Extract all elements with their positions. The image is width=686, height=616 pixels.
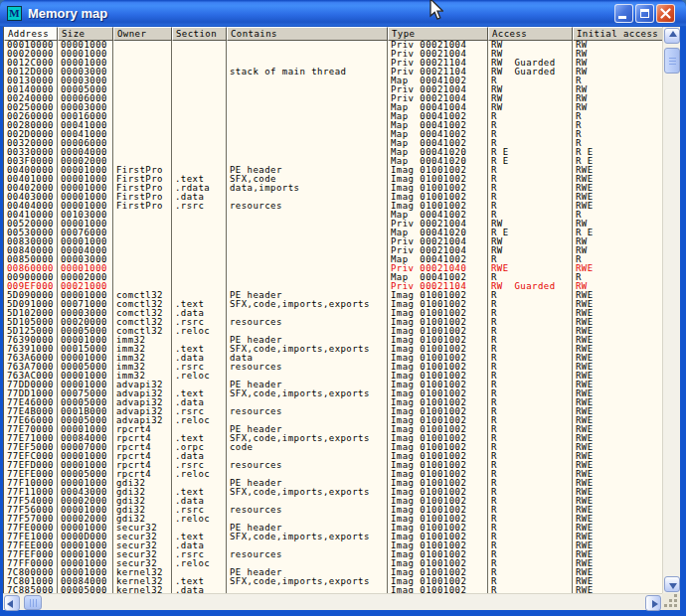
table-row[interactable]: 77FE000000001000secur32PE headerImag 010… <box>4 524 662 533</box>
cell-owner: advapi32 <box>113 381 172 389</box>
table-row[interactable]: 0040000000001000FirstProPE headerImag 01… <box>4 166 662 175</box>
table-row[interactable]: 7C80100000084000kernel32.textSFX,code,im… <box>4 577 662 586</box>
table-row[interactable]: 0012C00000001000Priv 00021104RW GuardedR… <box>4 59 662 68</box>
table-row[interactable]: 77EFC00000001000rpcrt4.dataImag 01001002… <box>4 452 662 461</box>
table-row[interactable]: 0032000000006000Map 00041002RR <box>4 139 662 148</box>
table-row[interactable]: 77E4B0000001B000advapi32.rsrcresourcesIm… <box>4 407 662 416</box>
cell-access: R <box>488 497 573 506</box>
cell-access: RWE <box>488 264 573 273</box>
table-row[interactable]: 7C88500000005000kernel32.dataImag 010010… <box>4 586 662 593</box>
table-row[interactable]: 5D12500000005000comctl32.relocImag 01001… <box>4 327 662 336</box>
table-row[interactable]: 0041000000103000Map 00041002RR <box>4 211 662 220</box>
table-row[interactable]: 0026000000016000Map 00041002RR <box>4 112 662 121</box>
table-row[interactable]: 0002000000001000Priv 00021004RWRW <box>4 50 662 59</box>
table-row[interactable]: 77E7000000001000rpcrt4PE headerImag 0100… <box>4 425 662 434</box>
scroll-down-button[interactable] <box>664 576 680 592</box>
close-button[interactable] <box>656 4 675 23</box>
cell-contains <box>227 559 388 568</box>
horizontal-scrollbar[interactable] <box>3 593 662 610</box>
table-row[interactable]: 0012D00000003000stack of main threadPriv… <box>4 68 662 77</box>
vertical-scrollbar[interactable] <box>662 27 680 593</box>
table-row[interactable]: 77DD000000001000advapi32PE headerImag 01… <box>4 381 662 389</box>
cell-contains: resources <box>227 202 388 211</box>
table-row[interactable]: 7639000000001000imm32PE headerImag 01001… <box>4 336 662 345</box>
table-row[interactable]: 763A600000001000imm32.datadataImag 01001… <box>4 354 662 363</box>
column-header-address[interactable]: Address <box>4 27 58 41</box>
table-row[interactable]: 77EF500000007000rpcrt4.orpccodeImag 0100… <box>4 443 662 452</box>
maximize-button[interactable] <box>635 4 654 23</box>
table-row[interactable]: 5D09100000071000comctl32.textSFX,code,im… <box>4 300 662 309</box>
table-row[interactable]: 763A700000005000imm32.rsrcresourcesImag … <box>4 363 662 372</box>
column-header-contains[interactable]: Contains <box>227 27 388 41</box>
scroll-right-button[interactable] <box>645 595 661 611</box>
table-row[interactable]: 0090000000002000Map 00041002RR <box>4 273 662 282</box>
table-row[interactable]: 77F1100000043000gdi32.textSFX,code,impor… <box>4 488 662 497</box>
scroll-up-button[interactable] <box>664 28 680 44</box>
table-row[interactable]: 5D10500000020000comctl32.rsrcresourcesIm… <box>4 318 662 327</box>
resize-grip[interactable] <box>662 593 680 610</box>
table-row[interactable]: 0040300000001000FirstPro.dataImag 010010… <box>4 193 662 202</box>
cell-owner: kernel32 <box>113 568 172 577</box>
vertical-scrollbar-thumb[interactable] <box>664 48 680 74</box>
table-row[interactable]: 0040200000001000FirstPro.rdatadata,impor… <box>4 184 662 193</box>
table-row[interactable]: 0028000000041000Map 00041002RR <box>4 121 662 130</box>
table-row[interactable]: 5D10200000003000comctl32.dataImag 010010… <box>4 309 662 318</box>
table-row[interactable]: 0083000000001000Priv 00021004RWRW <box>4 237 662 246</box>
table-row[interactable]: 77F1000000001000gdi32PE headerImag 01001… <box>4 479 662 488</box>
table-row[interactable]: 77F5600000001000gdi32.rsrcresourcesImag … <box>4 506 662 515</box>
table-row[interactable]: 0040100000001000FirstPro.textSFX,codeIma… <box>4 175 662 184</box>
cell-contains: SFX,code,imports,exports <box>227 533 388 541</box>
column-header-owner[interactable]: Owner <box>113 27 172 41</box>
cell-initial_access: RWE <box>573 586 662 593</box>
table-row[interactable]: 0052000000001000Priv 00021004RWRW <box>4 220 662 229</box>
table-row[interactable]: 0040400000001000FirstPro.rsrcresourcesIm… <box>4 202 662 211</box>
table-row[interactable]: 77FEE00000001000secur32.dataImag 0100100… <box>4 541 662 550</box>
table-row[interactable]: 77E7100000084000rpcrt4.textSFX,code,impo… <box>4 434 662 443</box>
minimize-button[interactable] <box>614 4 633 23</box>
table-row[interactable]: 0053000000076000Map 00041020R ER E <box>4 229 662 237</box>
table-row[interactable]: 7639100000015000imm32.textSFX,code,impor… <box>4 345 662 354</box>
cell-initial_access: RWE <box>573 166 662 175</box>
table-row[interactable]: 77F5400000002000gdi32.dataImag 01001002R… <box>4 497 662 506</box>
table-row[interactable]: 0024000000006000Priv 00021004RWRW <box>4 94 662 103</box>
table-row[interactable]: 0084000000004000Priv 00021004RWRW <box>4 246 662 255</box>
titlebar[interactable]: M Memory map <box>0 0 686 27</box>
column-header-size[interactable]: Size <box>58 27 113 41</box>
table-row[interactable]: 77FF000000001000secur32.relocImag 010010… <box>4 559 662 568</box>
cell-size: 00001000 <box>58 524 113 533</box>
table-row[interactable]: 77E4600000005000advapi32.dataImag 010010… <box>4 398 662 407</box>
table-row[interactable]: 77F5700000002000gdi32.relocImag 01001002… <box>4 515 662 524</box>
horizontal-scrollbar-thumb[interactable] <box>24 595 42 610</box>
cell-type: Map 00041020 <box>388 148 488 157</box>
table-row[interactable]: 77EFD00000001000rpcrt4.rsrcresourcesImag… <box>4 461 662 470</box>
table-row[interactable]: 0085000000003000Map 00041002RR <box>4 255 662 264</box>
cell-type: Imag 01001002 <box>388 434 488 443</box>
scroll-left-button[interactable] <box>4 595 20 611</box>
table-row[interactable]: 003F000000002000Map 00041020R ER E <box>4 157 662 166</box>
table-row[interactable]: 0086000000001000Priv 00021040RWERWE <box>4 264 662 273</box>
cell-section <box>172 50 227 59</box>
table-row[interactable]: 009EF00000021000Priv 00021104RW GuardedR… <box>4 282 662 291</box>
table-row[interactable]: 0013000000003000Map 00041002RR <box>4 77 662 85</box>
column-header-type[interactable]: Type <box>388 27 488 41</box>
table-row[interactable]: 5D09000000001000comctl32PE headerImag 01… <box>4 291 662 300</box>
table-row[interactable]: 77FE10000000D000secur32.textSFX,code,imp… <box>4 533 662 541</box>
table-row[interactable]: 7C80000000001000kernel32PE headerImag 01… <box>4 568 662 577</box>
table-row[interactable]: 0001000000001000Priv 00021004RWRW <box>4 41 662 50</box>
cell-address: 00530000 <box>4 229 58 237</box>
cell-initial_access: RWE <box>573 336 662 345</box>
table-row[interactable]: 0025000000003000Map 00041004RWRW <box>4 103 662 112</box>
table-row[interactable]: 77EFE00000005000rpcrt4.relocImag 0100100… <box>4 470 662 479</box>
arrow-left-icon <box>7 600 13 608</box>
column-header-initial_access[interactable]: Initial access <box>573 27 662 41</box>
column-header-section[interactable]: Section <box>172 27 227 41</box>
cell-size: 00003000 <box>58 103 113 112</box>
table-row[interactable]: 77FEF00000001000secur32.rsrcresourcesIma… <box>4 550 662 559</box>
table-row[interactable]: 77E6600000005000advapi32.relocImag 01001… <box>4 416 662 425</box>
table-row[interactable]: 77DD100000075000advapi32.textSFX,code,im… <box>4 389 662 398</box>
column-header-access[interactable]: Access <box>488 27 573 41</box>
table-row[interactable]: 763AC00000001000imm32.relocImag 01001002… <box>4 372 662 381</box>
table-row[interactable]: 0014000000005000Priv 00021004RWRW <box>4 85 662 94</box>
table-row[interactable]: 0033000000004000Map 00041020R ER E <box>4 148 662 157</box>
table-row[interactable]: 002D000000041000Map 00041002RR <box>4 130 662 139</box>
